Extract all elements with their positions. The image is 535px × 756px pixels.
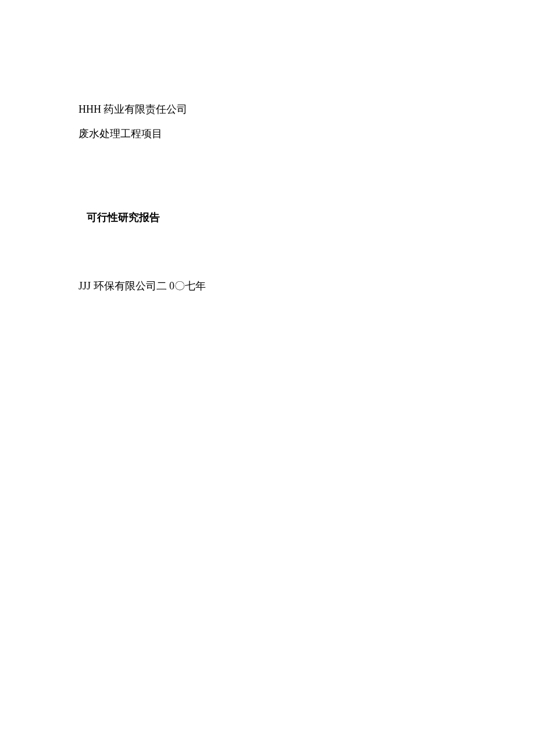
project-name: 废水处理工程项目 bbox=[79, 123, 456, 144]
report-title: 可行性研究报告 bbox=[79, 207, 456, 228]
author-date: JJJ 环保有限公司二 0〇七年 bbox=[79, 275, 456, 296]
document-page: HHH 药业有限责任公司 废水处理工程项目 可行性研究报告 JJJ 环保有限公司… bbox=[0, 0, 535, 296]
company-name: HHH 药业有限责任公司 bbox=[79, 99, 456, 120]
